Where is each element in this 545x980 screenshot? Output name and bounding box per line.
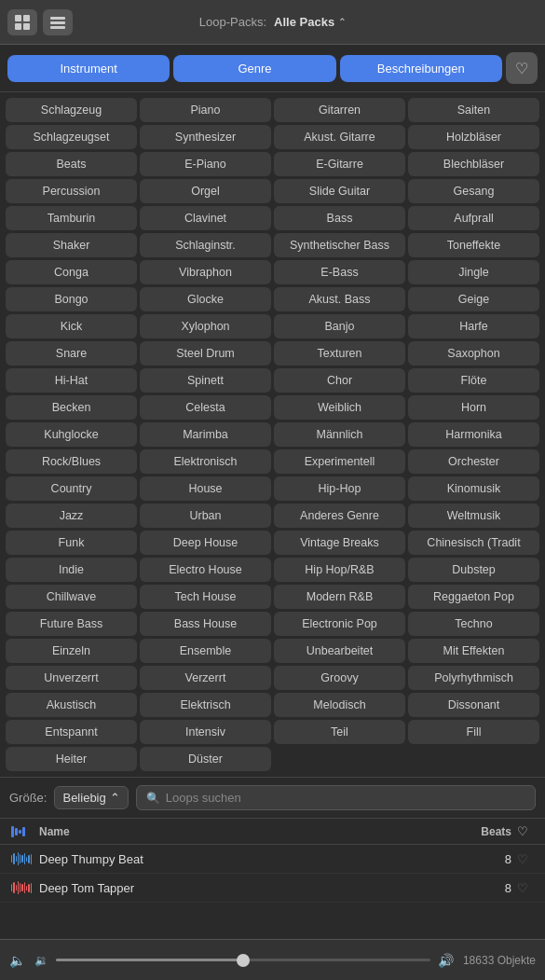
tag-dissonant[interactable]: Dissonant (408, 693, 539, 717)
tag-gitarren[interactable]: Gitarren (274, 98, 405, 122)
tag-d-ster[interactable]: Düster (140, 747, 271, 771)
tag-groovy[interactable]: Groovy (274, 666, 405, 690)
tag-verzerrt[interactable]: Verzerrt (140, 666, 271, 690)
tag-einzeln[interactable]: Einzeln (6, 639, 137, 663)
tag-experimentell[interactable]: Experimentell (274, 449, 405, 474)
tag-akustisch[interactable]: Akustisch (6, 693, 137, 717)
tag-anderes-genre[interactable]: Anderes Genre (274, 504, 405, 528)
tag-schlagzeugset[interactable]: Schlagzeugset (6, 125, 137, 149)
tag-holzbl-ser[interactable]: Holzbläser (408, 125, 539, 149)
tag-e-bass[interactable]: E-Bass (274, 260, 405, 284)
tag-saiten[interactable]: Saiten (408, 98, 539, 122)
tag-house[interactable]: House (140, 476, 271, 501)
tag-indie[interactable]: Indie (6, 558, 137, 582)
tag-gesang[interactable]: Gesang (408, 179, 539, 203)
tag-melodisch[interactable]: Melodisch (274, 693, 405, 717)
tag-dubstep[interactable]: Dubstep (408, 558, 539, 582)
tag-glocke[interactable]: Glocke (140, 287, 271, 311)
tag-funk[interactable]: Funk (6, 531, 137, 555)
tag-marimba[interactable]: Marimba (140, 422, 271, 447)
tag-saxophon[interactable]: Saxophon (408, 341, 539, 366)
tag-teil[interactable]: Teil (274, 720, 405, 744)
tag-orchester[interactable]: Orchester (408, 449, 539, 474)
table-row[interactable]: Deep Tom Tapper 8 ♡ (0, 874, 545, 903)
tag-polyrhythmisch[interactable]: Polyrhythmisch (408, 666, 539, 690)
tag-aufprall[interactable]: Aufprall (408, 206, 539, 230)
search-bar[interactable]: 🔍 Loops suchen (136, 785, 536, 810)
view-toggle-2[interactable] (43, 9, 73, 35)
tag-banjo[interactable]: Banjo (274, 314, 405, 338)
tag-elektronisch[interactable]: Elektronisch (140, 449, 271, 474)
tag-synthesizer[interactable]: Synthesizer (140, 125, 271, 149)
tag-e-piano[interactable]: E-Piano (140, 152, 271, 176)
tag-hip-hop-r-b[interactable]: Hip Hop/R&B (274, 558, 405, 582)
tag-future-bass[interactable]: Future Bass (6, 612, 137, 636)
tag-chor[interactable]: Chor (274, 368, 405, 393)
tag-fill[interactable]: Fill (408, 720, 539, 744)
tag-toneffekte[interactable]: Toneffekte (408, 233, 539, 257)
tag-synthetischer-bass[interactable]: Synthetischer Bass (274, 233, 405, 257)
tag-spinett[interactable]: Spinett (140, 368, 271, 393)
tag-harmonika[interactable]: Harmonika (408, 422, 539, 447)
tag-tamburin[interactable]: Tamburin (6, 206, 137, 230)
tag-slide-guitar[interactable]: Slide Guitar (274, 179, 405, 203)
tag-jazz[interactable]: Jazz (6, 504, 137, 528)
tag-schlagzeug[interactable]: Schlagzeug (6, 98, 137, 122)
tag-reggaeton-pop[interactable]: Reggaeton Pop (408, 585, 539, 609)
tag-hip-hop[interactable]: Hip-Hop (274, 476, 405, 501)
tag-orgel[interactable]: Orgel (140, 179, 271, 203)
tag-steel-drum[interactable]: Steel Drum (140, 341, 271, 366)
mute-icon[interactable]: 🔈 (9, 953, 25, 968)
tab-genre[interactable]: Genre (173, 55, 335, 82)
view-toggle-1[interactable] (7, 9, 37, 35)
size-select[interactable]: Beliebig ⌃ (54, 786, 128, 809)
tag-celesta[interactable]: Celesta (140, 395, 271, 420)
table-row[interactable]: Deep Thumpy Beat 8 ♡ (0, 845, 545, 874)
tag-heiter[interactable]: Heiter (6, 747, 137, 771)
volume-slider[interactable] (56, 959, 430, 961)
tag-m-nnlich[interactable]: Männlich (274, 422, 405, 447)
tag-becken[interactable]: Becken (6, 395, 137, 420)
tag-rock-blues[interactable]: Rock/Blues (6, 449, 137, 474)
tag-shaker[interactable]: Shaker (6, 233, 137, 257)
tag-deep-house[interactable]: Deep House (140, 531, 271, 555)
tag-conga[interactable]: Conga (6, 260, 137, 284)
tab-instrument[interactable]: Instrument (7, 55, 170, 82)
tag-elektrisch[interactable]: Elektrisch (140, 693, 271, 717)
favorites-toggle[interactable]: ♡ (506, 52, 538, 84)
tag-akust--gitarre[interactable]: Akust. Gitarre (274, 125, 405, 149)
tag-unverzerrt[interactable]: Unverzerrt (6, 666, 137, 690)
tag-ensemble[interactable]: Ensemble (140, 639, 271, 663)
tag-bass-house[interactable]: Bass House (140, 612, 271, 636)
tag-vintage-breaks[interactable]: Vintage Breaks (274, 531, 405, 555)
tag-tech-house[interactable]: Tech House (140, 585, 271, 609)
tag-clavinet[interactable]: Clavinet (140, 206, 271, 230)
tag-kinomusik[interactable]: Kinomusik (408, 476, 539, 501)
tag-unbearbeitet[interactable]: Unbearbeitet (274, 639, 405, 663)
tag-modern-r-b[interactable]: Modern R&B (274, 585, 405, 609)
tag-beats[interactable]: Beats (6, 152, 137, 176)
tag-entspannt[interactable]: Entspannt (6, 720, 137, 744)
tag-electronic-pop[interactable]: Electronic Pop (274, 612, 405, 636)
tag-intensiv[interactable]: Intensiv (140, 720, 271, 744)
tag-harfe[interactable]: Harfe (408, 314, 539, 338)
tag-vibraphon[interactable]: Vibraphon (140, 260, 271, 284)
tag-bass[interactable]: Bass (274, 206, 405, 230)
tag-kick[interactable]: Kick (6, 314, 137, 338)
tag-xylophon[interactable]: Xylophon (140, 314, 271, 338)
tag-akust--bass[interactable]: Akust. Bass (274, 287, 405, 311)
loop-packs-value[interactable]: Alle Packs ⌃ (274, 15, 346, 29)
tag-schlaginstr-[interactable]: Schlaginstr. (140, 233, 271, 257)
tag-urban[interactable]: Urban (140, 504, 271, 528)
tag-snare[interactable]: Snare (6, 341, 137, 366)
tag-e-gitarre[interactable]: E-Gitarre (274, 152, 405, 176)
tag-chillwave[interactable]: Chillwave (6, 585, 137, 609)
tag-bongo[interactable]: Bongo (6, 287, 137, 311)
tab-beschreibungen[interactable]: Beschreibungen (340, 55, 502, 82)
tag-chinesisch--tradit[interactable]: Chinesisch (Tradit (408, 531, 539, 555)
tag-electro-house[interactable]: Electro House (140, 558, 271, 582)
tag-horn[interactable]: Horn (408, 395, 539, 420)
tag-weiblich[interactable]: Weiblich (274, 395, 405, 420)
tag-geige[interactable]: Geige (408, 287, 539, 311)
tag-percussion[interactable]: Percussion (6, 179, 137, 203)
